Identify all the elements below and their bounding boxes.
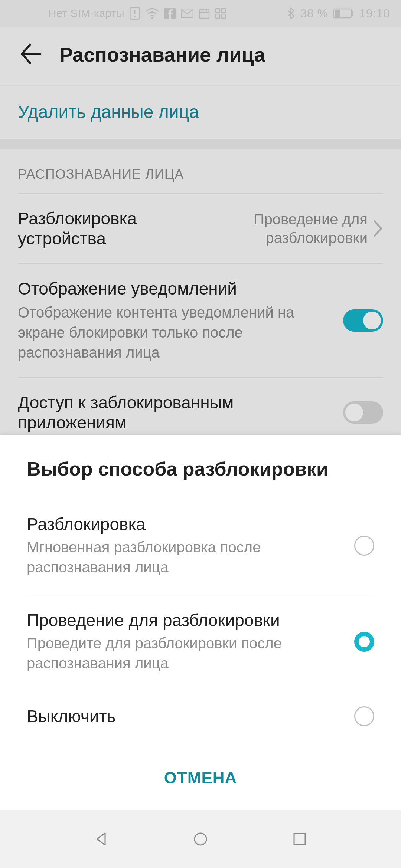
cancel-button[interactable]: ОТМЕНА (164, 769, 237, 787)
back-button[interactable] (18, 42, 42, 68)
facebook-icon (164, 8, 176, 19)
nav-back-button[interactable] (89, 827, 113, 851)
svg-rect-12 (216, 14, 220, 18)
option-direct-unlock-title: Разблокировка (27, 514, 343, 534)
system-nav-bar (0, 810, 401, 868)
section-divider (0, 139, 401, 149)
notifications-desc: Отображение контента уведомлений на экра… (18, 302, 334, 362)
svg-rect-15 (335, 10, 340, 17)
nav-home-button[interactable] (189, 827, 212, 851)
unlock-device-title: Разблокировка устройства (18, 208, 210, 249)
svg-rect-11 (221, 9, 225, 13)
svg-rect-13 (221, 14, 225, 18)
locked-apps-toggle[interactable] (343, 401, 383, 424)
sheet-title: Выбор способа разблокировки (27, 458, 374, 480)
svg-rect-10 (216, 9, 220, 13)
delete-face-data-link[interactable]: Удалить данные лица (0, 86, 401, 139)
apps-icon (215, 8, 226, 19)
option-direct-unlock[interactable]: Разблокировка Мгновенная разблокировка п… (27, 498, 374, 594)
notifications-item[interactable]: Отображение уведомлений Отображение конт… (18, 263, 383, 377)
wifi-icon (145, 8, 159, 19)
battery-icon (333, 8, 354, 19)
option-swipe-unlock-title: Проведение для разблокировки (27, 610, 343, 630)
sim-status-text: Нет SIM-карты (48, 7, 124, 20)
unlock-method-sheet: Выбор способа разблокировки Разблокировк… (0, 435, 401, 810)
option-direct-unlock-desc: Мгновенная разблокировка после распознав… (27, 537, 343, 577)
clock-text: 19:10 (359, 7, 390, 20)
option-swipe-unlock-desc: Проведите для разблокировки после распоз… (27, 633, 343, 673)
svg-point-3 (151, 17, 153, 19)
delete-face-data-label: Удалить данные лица (18, 102, 199, 122)
nav-recent-button[interactable] (288, 827, 312, 851)
notifications-toggle[interactable] (343, 309, 383, 332)
app-header: Распознавание лица (0, 27, 401, 85)
option-off-radio[interactable] (354, 706, 374, 726)
svg-point-17 (195, 833, 206, 845)
bluetooth-icon (287, 7, 295, 20)
svg-point-2 (134, 16, 136, 17)
option-off[interactable]: Выключить (27, 690, 374, 743)
unlock-device-item[interactable]: Разблокировка устройства Проведение для … (18, 193, 383, 263)
svg-rect-18 (294, 834, 305, 845)
arrow-left-icon (18, 42, 42, 66)
square-recent-icon (292, 832, 307, 846)
triangle-back-icon (93, 831, 110, 847)
option-swipe-unlock-radio[interactable] (354, 632, 374, 652)
notifications-title: Отображение уведомлений (18, 279, 334, 299)
circle-home-icon (192, 831, 209, 847)
mail-icon (181, 9, 193, 18)
page-title: Распознавание лица (59, 43, 265, 66)
locked-apps-title: Доступ к заблокированным приложениям (18, 392, 334, 433)
section-header: РАСПОЗНАВАНИЕ ЛИЦА (18, 149, 383, 193)
svg-rect-16 (352, 11, 353, 16)
battery-percent-text: 38 % (300, 7, 328, 20)
calendar-icon (199, 8, 210, 19)
chevron-right-icon (373, 220, 383, 237)
option-swipe-unlock[interactable]: Проведение для разблокировки Проведите д… (27, 594, 374, 690)
status-bar: Нет SIM-карты 38 % (0, 0, 401, 27)
svg-rect-6 (199, 10, 209, 18)
unlock-device-value: Проведение для разблокировки (219, 210, 368, 247)
sim-alert-icon (130, 7, 140, 20)
option-off-title: Выключить (27, 706, 343, 726)
option-direct-unlock-radio[interactable] (354, 536, 374, 556)
